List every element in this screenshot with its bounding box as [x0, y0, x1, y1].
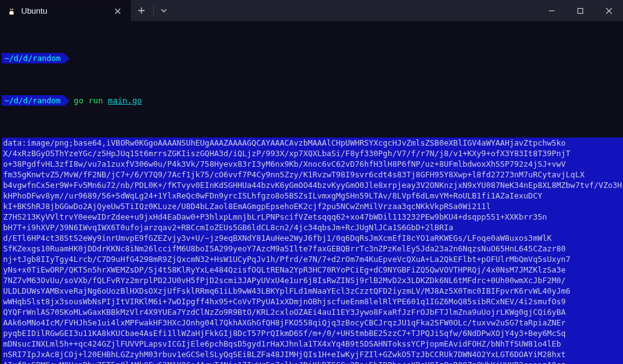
prompt-line-2: ~/d/d/random go run main.go: [2, 95, 621, 106]
window-controls: [537, 0, 623, 21]
prompt-path: ~/d/d/random: [2, 95, 64, 106]
divider: [153, 5, 154, 16]
new-tab-button[interactable]: [131, 0, 152, 21]
svg-point-5: [12, 9, 12, 10]
base64-output: data:image/png;base64,iVBORw0KGgoAAAANSU…: [2, 138, 623, 364]
prompt-path: ~/d/d/random: [2, 53, 64, 63]
prompt-arrow-icon: [64, 96, 70, 106]
prompt-line-1: ~/d/d/random: [2, 53, 621, 63]
close-window-button[interactable]: [594, 0, 623, 21]
svg-point-4: [10, 9, 11, 10]
window-titlebar: Ubuntu: [0, 0, 623, 21]
terminal-viewport[interactable]: ~/d/d/random ~/d/d/random go run main.go…: [0, 21, 623, 364]
command-arg: main.go: [108, 95, 142, 106]
tab-title: Ubuntu: [21, 6, 47, 16]
tux-icon: [6, 6, 16, 16]
tab-strip: Ubuntu: [0, 0, 131, 21]
tab-close-button[interactable]: [112, 6, 123, 17]
titlebar-drag-region[interactable]: [173, 0, 537, 21]
maximize-button[interactable]: [566, 0, 594, 21]
tab-ubuntu[interactable]: Ubuntu: [0, 0, 131, 21]
tab-dropdown-button[interactable]: [155, 0, 173, 21]
prompt-arrow-icon: [64, 54, 70, 63]
svg-rect-6: [578, 8, 583, 13]
command-text: go run: [74, 95, 103, 106]
minimize-button[interactable]: [537, 0, 566, 21]
